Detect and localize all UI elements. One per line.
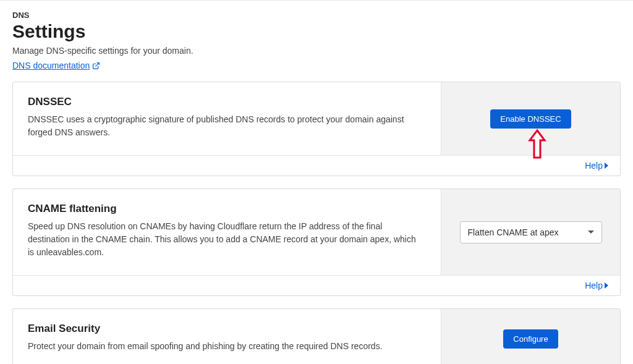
cname-help-label: Help	[585, 281, 603, 290]
breadcrumb: DNS	[12, 11, 621, 20]
caret-right-icon	[604, 163, 609, 169]
dnssec-help-link[interactable]: Help	[585, 161, 609, 171]
dns-documentation-link-label: DNS documentation	[12, 61, 90, 70]
enable-dnssec-button[interactable]: Enable DNSSEC	[490, 109, 571, 129]
caret-right-icon	[604, 282, 609, 289]
dnssec-help-label: Help	[585, 161, 603, 171]
dns-documentation-link[interactable]: DNS documentation	[12, 61, 100, 70]
cname-flattening-card: CNAME flattening Speed up DNS resolution…	[12, 188, 621, 296]
cname-help-link[interactable]: Help	[585, 281, 609, 290]
external-link-icon	[92, 62, 100, 70]
email-card-description: Protect your domain from email spoofing …	[28, 340, 423, 353]
dnssec-card: DNSSEC DNSSEC uses a cryptographic signa…	[12, 82, 621, 176]
email-card-title: Email Security	[28, 323, 426, 335]
page-subtitle: Manage DNS-specific settings for your do…	[12, 46, 621, 56]
configure-email-security-button[interactable]: Configure	[503, 329, 558, 349]
dnssec-card-description: DNSSEC uses a cryptographic signature of…	[28, 113, 423, 139]
cname-flattening-select-value: Flatten CNAME at apex	[468, 227, 559, 237]
caret-down-icon	[588, 231, 594, 234]
cname-flattening-select[interactable]: Flatten CNAME at apex	[460, 221, 602, 243]
email-security-card: Email Security Protect your domain from …	[12, 308, 621, 364]
dnssec-card-title: DNSSEC	[28, 96, 426, 108]
page-title: Settings	[12, 21, 621, 42]
cname-card-description: Speed up DNS resolution on CNAMEs by hav…	[28, 220, 423, 259]
cname-card-title: CNAME flattening	[28, 203, 426, 215]
